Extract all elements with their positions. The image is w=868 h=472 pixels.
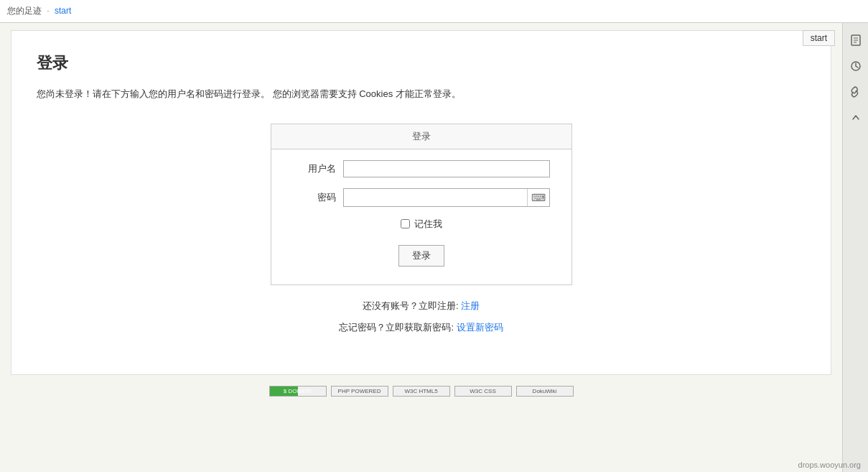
password-input[interactable]: [344, 189, 527, 206]
username-label: 用户名: [293, 162, 336, 175]
breadcrumb-start-link[interactable]: start: [55, 6, 71, 16]
forgot-line: 忘记密码？立即获取新密码: 设置新密码: [37, 321, 806, 334]
form-legend: 登录: [271, 124, 571, 149]
sidebar: [842, 23, 868, 472]
login-form-container: 登录 用户名 密码 ⌨ 记住我: [271, 124, 572, 285]
up-icon[interactable]: [846, 108, 866, 128]
password-field-wrap: ⌨: [343, 188, 550, 207]
remember-row: 记住我: [293, 218, 550, 231]
remember-checkbox[interactable]: [401, 219, 410, 228]
html-badge[interactable]: W3C HTML5: [393, 386, 450, 397]
top-bar: 您的足迹 · start: [0, 0, 868, 23]
register-line: 还没有账号？立即注册: 注册: [37, 300, 806, 313]
below-form: 还没有账号？立即注册: 注册 忘记密码？立即获取新密码: 设置新密码: [37, 300, 806, 334]
remember-label[interactable]: 记住我: [414, 218, 442, 231]
link-icon[interactable]: [846, 82, 866, 102]
password-label: 密码: [293, 191, 336, 204]
page-icon[interactable]: [846, 30, 866, 50]
forgot-link1[interactable]: 设置: [457, 322, 475, 333]
donate-badge[interactable]: $ DONATE: [269, 386, 327, 397]
site-url: drops.wooyun.org: [798, 461, 861, 469]
forgot-text: 忘记密码？立即获取新密码:: [339, 322, 454, 333]
keyboard-icon[interactable]: ⌨: [527, 189, 549, 206]
php-badge[interactable]: PHP POWERED: [331, 386, 388, 397]
footer: $ DONATE PHP POWERED W3C HTML5 W3C CSS D…: [11, 375, 831, 404]
page-title: 登录: [37, 52, 806, 74]
history-icon[interactable]: [846, 56, 866, 76]
forgot-link2[interactable]: 新密码: [475, 322, 503, 333]
layout: start 登录 您尚未登录！请在下方输入您的用户名和密码进行登录。 您的浏览器…: [0, 23, 868, 472]
login-description: 您尚未登录！请在下方输入您的用户名和密码进行登录。 您的浏览器需要支持 Cook…: [37, 87, 806, 102]
username-input[interactable]: [343, 160, 550, 177]
register-text: 还没有账号？立即注册:: [363, 300, 459, 311]
breadcrumb: 您的足迹 · start: [7, 5, 71, 17]
doku-badge[interactable]: DokuWiki: [516, 386, 574, 397]
start-button-top[interactable]: start: [803, 30, 835, 46]
password-row: 密码 ⌨: [293, 188, 550, 207]
breadcrumb-separator: ·: [47, 6, 49, 16]
username-row: 用户名: [293, 160, 550, 177]
content-wrap: start 登录 您尚未登录！请在下方输入您的用户名和密码进行登录。 您的浏览器…: [0, 23, 842, 472]
register-link[interactable]: 注册: [461, 300, 480, 311]
breadcrumb-prefix: 您的足迹: [7, 6, 42, 16]
main-card: 登录 您尚未登录！请在下方输入您的用户名和密码进行登录。 您的浏览器需要支持 C…: [11, 30, 831, 375]
login-button[interactable]: 登录: [398, 245, 444, 267]
submit-row: 登录: [293, 245, 550, 267]
css-badge[interactable]: W3C CSS: [454, 386, 512, 397]
